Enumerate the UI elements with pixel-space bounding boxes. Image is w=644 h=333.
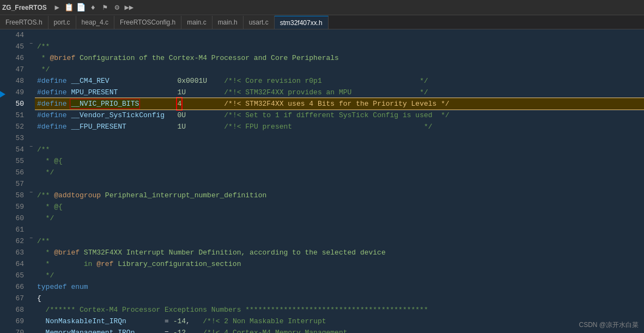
- code-line-56: */: [35, 167, 644, 178]
- tab-freertos-h[interactable]: FreeRTOS.h: [0, 16, 48, 29]
- line-num-64: 64: [7, 258, 24, 270]
- tab-main-c[interactable]: main.c: [181, 16, 212, 29]
- line-num-52: 52: [7, 121, 24, 132]
- tab-bar: FreeRTOS.h port.c heap_4.c FreeRTOSConfi…: [0, 15, 644, 29]
- tab-label: main.h: [218, 19, 238, 26]
- line-num-44: 44: [7, 29, 24, 41]
- tab-port-c[interactable]: port.c: [48, 16, 76, 29]
- line-num-49: 49: [7, 87, 24, 98]
- line-num-54: 54: [7, 144, 24, 155]
- flag-icon[interactable]: ⚑: [100, 3, 110, 13]
- debug-arrow: [0, 91, 5, 98]
- tab-label: stm32f407xx.h: [280, 19, 323, 27]
- tab-label: FreeRTOS.h: [5, 19, 42, 26]
- code-line-44: [35, 29, 644, 41]
- fold-icon-54[interactable]: −: [27, 144, 35, 150]
- line-num-55: 55: [7, 155, 24, 167]
- code-line-66: typedef enum: [35, 281, 644, 293]
- code-line-46: * @brief Configuration of the Cortex-M4 …: [35, 52, 644, 64]
- fold-icon-58[interactable]: −: [27, 190, 35, 196]
- line-num-45: 45: [7, 41, 24, 52]
- line-num-66: 66: [7, 281, 24, 293]
- tab-label: FreeRTOSConfig.h: [120, 19, 175, 26]
- tab-label: main.c: [187, 19, 206, 26]
- line-num-47: 47: [7, 64, 24, 75]
- code-line-70: MemoryManagement_IRQn = -12 /*!< 4 Corte…: [35, 327, 644, 333]
- code-line-61: [35, 224, 644, 235]
- tab-label: port.c: [54, 19, 70, 26]
- watermark: CSDN @凉开水白菜: [579, 320, 639, 330]
- code-line-69: NonMaskableInt_IRQn = -14, /*!< 2 Non Ma…: [35, 316, 644, 327]
- line-num-59: 59: [7, 201, 24, 213]
- tab-usart-c[interactable]: usart.c: [244, 16, 275, 29]
- line-num-46: 46: [7, 52, 24, 64]
- code-line-55: * @{: [35, 155, 644, 167]
- debug-icon[interactable]: ▶▶: [124, 3, 134, 13]
- line-num-58: 58: [7, 190, 24, 201]
- paste-icon[interactable]: 📄: [76, 3, 86, 13]
- code-line-50: #define __NVIC_PRIO_BITS 4 /*!< STM32F4X…: [35, 98, 644, 110]
- code-line-52: #define __FPU_PRESENT 1U /*!< FPU presen…: [35, 121, 644, 132]
- code-line-51: #define __Vendor_SysTickConfig 0U /*!< S…: [35, 110, 644, 121]
- line-num-48: 48: [7, 75, 24, 87]
- fold-icon-45[interactable]: −: [27, 41, 35, 47]
- line-num-70: 70: [7, 327, 24, 333]
- code-line-53: [35, 132, 644, 144]
- tab-stm32f407xx-h[interactable]: stm32f407xx.h: [275, 16, 329, 29]
- line-num-56: 56: [7, 167, 24, 178]
- tab-heap-4-c[interactable]: heap_4.c: [76, 16, 114, 29]
- line-num-57: 57: [7, 178, 24, 190]
- code-line-62: /**: [35, 235, 644, 247]
- top-bar: ZG_FreeRTOS ▶ 📋 📄 ♦ ⚑ ⚙ ▶▶: [0, 0, 644, 15]
- code-line-57: [35, 178, 644, 190]
- code-line-45: /**: [35, 41, 644, 52]
- copy-icon[interactable]: 📋: [64, 3, 74, 13]
- line-num-50: 50: [7, 98, 24, 110]
- line-num-62: 62: [7, 235, 24, 247]
- line-num-68: 68: [7, 304, 24, 316]
- tab-label: usart.c: [249, 19, 269, 26]
- code-line-58: /** @addtogroup Peripheral_interrupt_num…: [35, 190, 644, 201]
- app-title: ZG_FreeRTOS: [2, 4, 47, 11]
- code-line-68: /****** Cortex-M4 Processor Exceptions N…: [35, 304, 644, 316]
- line-num-51: 51: [7, 110, 24, 121]
- line-num-61: 61: [7, 224, 24, 235]
- line-num-69: 69: [7, 316, 24, 327]
- code-line-49: #define MPU_PRESENT 1U /*!< STM32F4XX pr…: [35, 87, 644, 98]
- line-num-53: 53: [7, 132, 24, 144]
- line-num-65: 65: [7, 270, 24, 281]
- line-numbers: 44 45 46 47 48 49 50 51 52 53 54 55 56 5…: [7, 29, 27, 333]
- code-line-54: /**: [35, 144, 644, 155]
- code-line-60: */: [35, 213, 644, 224]
- tab-main-h[interactable]: main.h: [212, 16, 244, 29]
- cursor-icon[interactable]: ▶: [52, 3, 62, 13]
- bookmark-icon[interactable]: ♦: [88, 3, 98, 13]
- code-line-59: * @{: [35, 201, 644, 213]
- code-line-63: * @brief STM32F4XX Interrupt Number Defi…: [35, 247, 644, 258]
- code-line-47: */: [35, 64, 644, 75]
- toolbar: ▶ 📋 📄 ♦ ⚑ ⚙ ▶▶: [52, 3, 134, 13]
- fold-gutter: − − − −: [27, 29, 35, 333]
- tab-freertosconfig-h[interactable]: FreeRTOSConfig.h: [114, 16, 181, 29]
- line-num-60: 60: [7, 213, 24, 224]
- tab-label: heap_4.c: [82, 19, 108, 26]
- fold-icon-62[interactable]: −: [27, 235, 35, 241]
- line-num-67: 67: [7, 293, 24, 304]
- build-icon[interactable]: ⚙: [112, 3, 122, 13]
- code-content: /** * @brief Configuration of the Cortex…: [35, 29, 644, 333]
- code-line-64: * in @ref Library_configuration_section: [35, 258, 644, 270]
- code-line-48: #define __CM4_REV 0x0001U /*!< Core revi…: [35, 75, 644, 87]
- code-line-65: */: [35, 270, 644, 281]
- left-margin: [0, 29, 7, 333]
- editor-area: 44 45 46 47 48 49 50 51 52 53 54 55 56 5…: [0, 29, 644, 333]
- code-line-67: {: [35, 293, 644, 304]
- line-num-63: 63: [7, 247, 24, 258]
